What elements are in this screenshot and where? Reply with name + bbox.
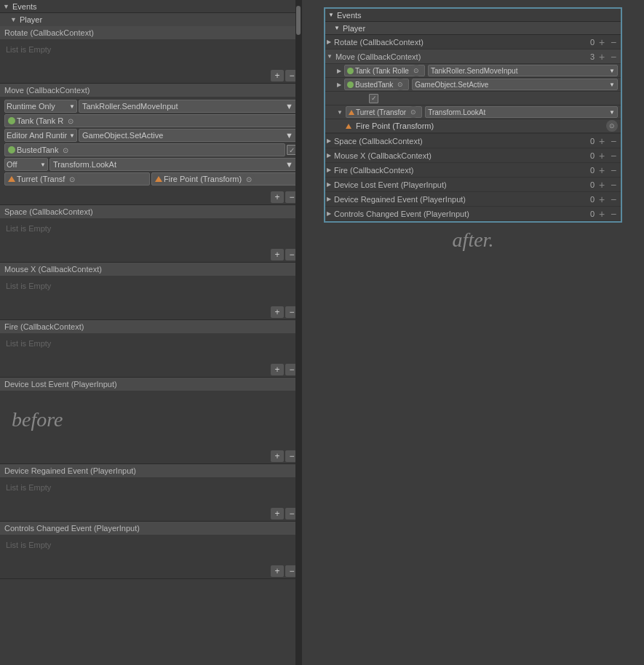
ep-deviceregained-add[interactable]: +	[596, 194, 608, 205]
ep-tank-triangle: ▶	[337, 68, 341, 74]
ep-firepoint-settings[interactable]: ⊙	[606, 120, 618, 132]
mousex-empty: List is Empty	[4, 279, 297, 293]
events-panel: ▼ Events ▼ Player ▶ Rotate (CallbackCont…	[324, 7, 622, 223]
space-content: List is Empty	[0, 218, 301, 247]
ep-busted-func-dd[interactable]: GameObject.SetActive ▼	[412, 79, 618, 90]
tank-settings-btn[interactable]: ⊙	[65, 115, 76, 127]
ep-tank-settings[interactable]: ⊙	[410, 65, 422, 76]
ep-tank-func-label: TankRoller.SendMoveInput	[431, 67, 518, 75]
ep-deviceregained-number: 0	[577, 195, 595, 204]
left-panel: ▼ Events ▼ Player Rotate (CallbackContex…	[0, 0, 302, 665]
ep-deviceregained-label: Device Regained Event (PlayerInput)	[334, 195, 577, 204]
rotate-add-button[interactable]: +	[271, 70, 284, 81]
ep-mousex-label: Mouse X (CallbackContext)	[334, 151, 577, 160]
ep-controlschanged-remove[interactable]: −	[608, 208, 619, 220]
move-label: Move (CallbackContext)	[4, 86, 90, 95]
ep-move-row[interactable]: ▼ Move (CallbackContext) 3 + −	[325, 49, 621, 64]
ep-move-add[interactable]: +	[596, 51, 608, 63]
mousex-content: List is Empty	[0, 276, 301, 305]
ep-fire-add[interactable]: +	[596, 164, 608, 176]
ep-player-header[interactable]: ▼ Player	[325, 22, 621, 35]
firepoint-settings-btn[interactable]: ⊙	[243, 173, 255, 185]
bustedtank-settings-btn[interactable]: ⊙	[60, 144, 71, 156]
ep-rotate-number: 0	[577, 38, 595, 47]
move-off-dropdown[interactable]: Off ▼	[4, 158, 48, 171]
ep-space-row[interactable]: ▶ Space (CallbackContext) 0 + −	[325, 134, 621, 148]
ep-firepoint-label: Fire Point (Transform)	[356, 122, 434, 130]
ep-events-label: Events	[337, 11, 362, 20]
ep-move-remove[interactable]: −	[608, 51, 619, 63]
devicelost-add-button[interactable]: +	[271, 450, 284, 462]
ep-space-add[interactable]: +	[596, 135, 608, 147]
move-runtime-dropdown[interactable]: Runtime Only ▼	[4, 100, 77, 113]
ep-busted-ref[interactable]: BustedTank ⊙	[344, 79, 409, 90]
ep-tank-ref[interactable]: Tank (Tank Rolle ⊙	[344, 65, 425, 76]
move-off-label: Off	[7, 160, 17, 169]
move-row2: Tank (Tank R ⊙	[4, 114, 297, 127]
deviceregained-add-button[interactable]: +	[271, 508, 284, 519]
ep-rotate-remove[interactable]: −	[608, 36, 619, 48]
controlschanged-add-button[interactable]: +	[271, 565, 284, 577]
ep-turret-ref[interactable]: Turret (Transfor ⊙	[346, 106, 422, 118]
move-gameobject-dropdown[interactable]: GameObject.SetActive ▼	[79, 129, 297, 142]
ep-turret-func-arrow: ▼	[609, 109, 615, 116]
ep-fire-row[interactable]: ▶ Fire (CallbackContext) 0 + −	[325, 163, 621, 178]
space-section: Space (CallbackContext) List is Empty + …	[0, 205, 301, 263]
ep-fire-remove[interactable]: −	[608, 164, 619, 176]
mousex-footer: + −	[0, 305, 301, 319]
events-header[interactable]: ▼ Events	[0, 0, 301, 13]
rotate-header: Rotate (CallbackContext)	[0, 26, 301, 39]
ep-busted-checkbox[interactable]: ✓	[369, 94, 378, 103]
mousex-add-button[interactable]: +	[271, 306, 284, 318]
ep-space-remove[interactable]: −	[608, 135, 619, 147]
ep-tank-func-dd[interactable]: TankRoller.SendMoveInput ▼	[428, 65, 618, 76]
ep-devicelost-remove[interactable]: −	[608, 179, 619, 191]
ep-deviceregained-remove[interactable]: −	[608, 194, 619, 205]
move-editor-dropdown[interactable]: Editor And Runtir ▼	[4, 129, 77, 142]
ep-controlschanged-row[interactable]: ▶ Controls Changed Event (PlayerInput) 0…	[325, 207, 621, 221]
move-func-dropdown[interactable]: TankRoller.SendMoveInput ▼	[79, 100, 297, 113]
move-bustedtank-ref[interactable]: BustedTank ⊙	[4, 143, 285, 156]
space-label: Space (CallbackContext)	[4, 207, 93, 216]
move-add-button[interactable]: +	[271, 191, 284, 203]
ep-tank-icon	[347, 68, 354, 74]
ep-mousex-row[interactable]: ▶ Mouse X (CallbackContext) 0 + −	[325, 148, 621, 163]
ep-deviceregained-row[interactable]: ▶ Device Regained Event (PlayerInput) 0 …	[325, 192, 621, 207]
ep-turret-ref-label: Turret (Transfor	[356, 108, 406, 116]
fire-empty: List is Empty	[4, 336, 297, 351]
ep-deviceregained-triangle: ▶	[327, 196, 331, 202]
space-empty: List is Empty	[4, 221, 297, 236]
ep-busted-ref-label: BustedTank	[355, 81, 393, 89]
fire-add-button[interactable]: +	[271, 364, 284, 375]
ep-turret-settings[interactable]: ⊙	[408, 106, 419, 118]
ep-fire-triangle: ▶	[327, 167, 331, 173]
ep-events-header[interactable]: ▼ Events	[325, 9, 621, 22]
ep-devicelost-add[interactable]: +	[596, 179, 608, 191]
turret-settings-btn[interactable]: ⊙	[66, 173, 78, 185]
ep-busted-row: ▶ BustedTank ⊙ GameObject.SetActive ▼	[325, 78, 621, 92]
move-lookat-dropdown[interactable]: Transform.LookAt ▼	[49, 158, 297, 171]
move-editor-label: Editor And Runtir	[7, 131, 67, 140]
ep-busted-func-label: GameObject.SetActive	[415, 81, 488, 89]
after-label: after.	[453, 228, 494, 252]
move-turret-ref[interactable]: Turret (Transf ⊙	[4, 172, 150, 186]
move-tank-ref[interactable]: Tank (Tank R ⊙	[4, 114, 297, 127]
ep-rotate-add[interactable]: +	[596, 36, 608, 48]
ep-controlschanged-add[interactable]: +	[596, 208, 608, 220]
ep-turret-func-label: Transform.LookAt	[428, 108, 485, 116]
ep-firepoint-row: Fire Point (Transform) ⊙	[325, 119, 621, 133]
move-section: Move (CallbackContext) Runtime Only ▼ Ta…	[0, 84, 301, 205]
player-sub-header[interactable]: ▼ Player	[0, 13, 301, 26]
ep-devicelost-row[interactable]: ▶ Device Lost Event (PlayerInput) 0 + −	[325, 178, 621, 192]
ep-busted-settings[interactable]: ⊙	[394, 79, 406, 90]
move-row4: BustedTank ⊙ ✓	[4, 143, 297, 156]
space-add-button[interactable]: +	[271, 249, 284, 260]
player-label: Player	[20, 15, 42, 24]
ep-turret-func-dd[interactable]: Transform.LookAt ▼	[425, 106, 618, 118]
move-firepoint-ref[interactable]: Fire Point (Transform) ⊙	[151, 172, 297, 186]
ep-rotate-row[interactable]: ▶ Rotate (CallbackContext) 0 + −	[325, 35, 621, 49]
ep-mousex-add[interactable]: +	[596, 150, 608, 162]
ep-mousex-remove[interactable]: −	[608, 150, 619, 162]
ep-controlschanged-number: 0	[577, 210, 595, 218]
rotate-label: Rotate (CallbackContext)	[4, 28, 94, 37]
